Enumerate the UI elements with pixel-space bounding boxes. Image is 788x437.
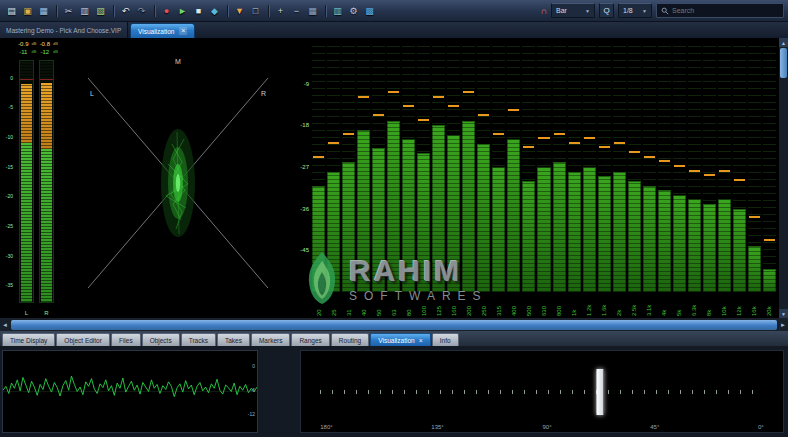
spectrum-db-scale: -9-18-27-36-45 [296, 42, 311, 292]
grid-value-dropdown[interactable]: 1/8 ▼ [618, 3, 652, 18]
peak-value-left: -0.9 [15, 41, 32, 47]
spectrum-bar [312, 186, 325, 292]
close-icon[interactable]: × [419, 337, 423, 344]
redo-icon[interactable]: ↷ [134, 3, 149, 19]
spectrum-peak-hold [659, 160, 670, 162]
spectrum-peak-hold [343, 133, 354, 135]
loudness-scale-label: -6 [251, 387, 255, 393]
bottom-tab-visualization[interactable]: Visualization× [370, 333, 430, 346]
spectrum-bar [688, 199, 701, 292]
bottom-tab-markers[interactable]: Markers [251, 333, 290, 346]
scroll-left-arrow-icon[interactable]: ◄ [0, 322, 10, 328]
db-unit-label: dB [32, 41, 37, 47]
spectrum-frequency-label: 12k [736, 294, 742, 316]
bottom-tab-objects[interactable]: Objects [142, 333, 180, 346]
spectrum-band: 100 [417, 42, 430, 316]
bottom-tab-label: Visualization [378, 337, 414, 344]
record-icon[interactable]: ● [159, 3, 174, 19]
spectrum-bar [357, 130, 370, 292]
visualization-icon[interactable]: ▩ [362, 3, 377, 19]
loudness-scale-label: -12 [248, 411, 255, 417]
quantize-button[interactable]: Q [599, 3, 614, 18]
close-icon[interactable]: × [179, 27, 187, 35]
scroll-right-arrow-icon[interactable]: ► [778, 322, 788, 328]
bottom-tab-tracks[interactable]: Tracks [181, 333, 216, 346]
rms-value-left: -11 [15, 49, 32, 55]
goniometer-label-right: R [261, 90, 266, 97]
direction-degree-label: 180° [320, 424, 332, 430]
search-input[interactable] [672, 7, 779, 14]
scroll-down-arrow-icon[interactable]: ▼ [779, 309, 788, 318]
range-icon[interactable]: □ [248, 3, 263, 19]
bottom-tab-files[interactable]: Files [111, 333, 141, 346]
bottom-tab-label: Takes [225, 337, 242, 344]
grid-value: 1/8 [623, 7, 633, 14]
stop-icon[interactable]: ■ [191, 3, 206, 19]
vertical-scrollbar[interactable]: ▲ ▼ [779, 38, 788, 318]
mixer-icon[interactable]: ▥ [330, 3, 345, 19]
copy-icon[interactable]: ▥ [77, 3, 92, 19]
bottom-tab-object-editor[interactable]: Object Editor [56, 333, 110, 346]
toolbar-right-group: ∩ Bar ▼ Q 1/8 ▼ [541, 3, 785, 18]
spectrum-bar [387, 121, 400, 292]
tab-project[interactable]: Mastering Demo - Pick And Choose.VIP [0, 22, 128, 38]
spectrum-frequency-label: 40 [361, 294, 367, 316]
tab-visualization[interactable]: Visualization × [130, 23, 195, 38]
chevron-down-icon: ▼ [585, 8, 590, 14]
spectrum-band: 160 [447, 42, 460, 316]
horizontal-scrollbar-thumb[interactable] [11, 320, 777, 330]
bottom-tab-routing[interactable]: Routing [331, 333, 369, 346]
spectrum-band: 2.5k [628, 42, 641, 316]
grid-icon[interactable]: ▦ [305, 3, 320, 19]
spectrum-frequency-label: 6.3k [691, 294, 697, 316]
spectrum-frequency-label: 630 [541, 294, 547, 316]
zoom-out-icon[interactable]: − [289, 3, 304, 19]
bottom-tab-takes[interactable]: Takes [217, 333, 250, 346]
cut-icon[interactable]: ✂ [61, 3, 76, 19]
bottom-tab-ranges[interactable]: Ranges [291, 333, 329, 346]
snap-magnet-icon[interactable]: ∩ [541, 6, 548, 16]
spectrum-band: 315 [492, 42, 505, 316]
zoom-in-icon[interactable]: + [273, 3, 288, 19]
spectrum-bar [327, 172, 340, 292]
spectrum-frequency-label: 20k [766, 294, 772, 316]
spectrum-frequency-label: 200 [466, 294, 472, 316]
spectrum-peak-hold [674, 165, 685, 167]
effects-icon[interactable]: ⚙ [346, 3, 361, 19]
open-project-icon[interactable]: ▣ [20, 3, 35, 19]
scroll-up-arrow-icon[interactable]: ▲ [779, 38, 788, 47]
spectrum-peak-hold [508, 109, 519, 111]
spectrum-band: 250 [477, 42, 490, 316]
save-project-icon[interactable]: ▦ [36, 3, 51, 19]
spectrum-peak-hold [523, 146, 534, 148]
spectrum-bar [673, 195, 686, 292]
loudness-history-panel: 0-6-12 [2, 350, 258, 433]
spectrum-analyzer-panel: -9-18-27-36-45 2025314050638010012516020… [296, 42, 776, 316]
new-project-icon[interactable]: ▤ [4, 3, 19, 19]
spectrum-bar [537, 167, 550, 292]
spectrum-band: 800 [553, 42, 566, 316]
direction-degree-label: 45° [650, 424, 659, 430]
spectrum-band: 200 [462, 42, 475, 316]
bottom-tab-info[interactable]: Info [432, 333, 459, 346]
bottom-tab-label: Markers [259, 337, 282, 344]
horizontal-scrollbar[interactable]: ◄ ► [0, 318, 788, 331]
spectrum-peak-hold [328, 142, 339, 144]
rms-readout-row: -11 dB -12 dB [15, 49, 58, 55]
spectrum-band: 1k [568, 42, 581, 316]
spectrum-band: 20k [763, 42, 776, 316]
snap-mode-dropdown[interactable]: Bar ▼ [551, 3, 595, 18]
undo-icon[interactable]: ↶ [118, 3, 133, 19]
marker-icon[interactable]: ▼ [232, 3, 247, 19]
spectrum-peak-hold [418, 119, 429, 121]
spectrum-frequency-label: 20 [316, 294, 322, 316]
paste-icon[interactable]: ▧ [93, 3, 108, 19]
goniometer-display [64, 44, 292, 308]
spectrum-bar [568, 172, 581, 292]
play-icon[interactable]: ► [175, 3, 190, 19]
meter-scale: 0-5-10-15-20-25-30-35 [2, 60, 15, 303]
goniometer-label-left: L [90, 90, 94, 97]
vertical-scrollbar-thumb[interactable] [780, 48, 787, 78]
loop-icon[interactable]: ◆ [207, 3, 222, 19]
bottom-tab-time-display[interactable]: Time Display [2, 333, 55, 346]
